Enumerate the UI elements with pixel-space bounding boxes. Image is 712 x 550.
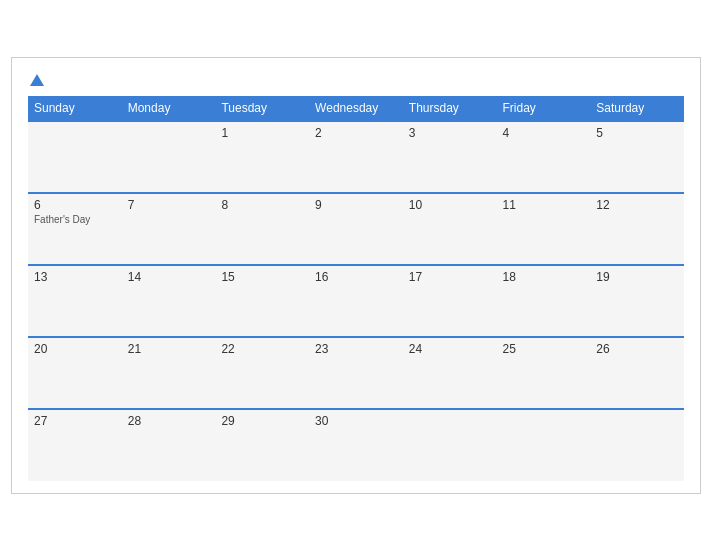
day-number: 13 bbox=[34, 270, 47, 284]
calendar-cell: 19 bbox=[590, 265, 684, 337]
calendar-cell bbox=[590, 409, 684, 481]
calendar-cell: 24 bbox=[403, 337, 497, 409]
calendar-container: SundayMondayTuesdayWednesdayThursdayFrid… bbox=[11, 57, 701, 494]
day-number: 2 bbox=[315, 126, 322, 140]
calendar-cell bbox=[497, 409, 591, 481]
calendar-cell: 7 bbox=[122, 193, 216, 265]
weekday-header-saturday: Saturday bbox=[590, 96, 684, 121]
calendar-cell: 1 bbox=[215, 121, 309, 193]
calendar-cell: 12 bbox=[590, 193, 684, 265]
day-number: 6 bbox=[34, 198, 41, 212]
calendar-cell: 8 bbox=[215, 193, 309, 265]
day-number: 10 bbox=[409, 198, 422, 212]
calendar-cell bbox=[122, 121, 216, 193]
calendar-cell: 5 bbox=[590, 121, 684, 193]
day-number: 9 bbox=[315, 198, 322, 212]
calendar-cell bbox=[403, 409, 497, 481]
calendar-cell: 18 bbox=[497, 265, 591, 337]
day-number: 11 bbox=[503, 198, 516, 212]
calendar-week-3: 13141516171819 bbox=[28, 265, 684, 337]
calendar-cell: 15 bbox=[215, 265, 309, 337]
calendar-cell: 25 bbox=[497, 337, 591, 409]
day-number: 30 bbox=[315, 414, 328, 428]
day-number: 22 bbox=[221, 342, 234, 356]
day-number: 25 bbox=[503, 342, 516, 356]
calendar-cell: 16 bbox=[309, 265, 403, 337]
calendar-cell: 21 bbox=[122, 337, 216, 409]
day-number: 24 bbox=[409, 342, 422, 356]
day-number: 7 bbox=[128, 198, 135, 212]
day-number: 15 bbox=[221, 270, 234, 284]
day-number: 12 bbox=[596, 198, 609, 212]
day-number: 17 bbox=[409, 270, 422, 284]
day-number: 8 bbox=[221, 198, 228, 212]
event-label: Father's Day bbox=[34, 214, 116, 225]
weekday-header-row: SundayMondayTuesdayWednesdayThursdayFrid… bbox=[28, 96, 684, 121]
calendar-cell: 11 bbox=[497, 193, 591, 265]
calendar-week-2: 6Father's Day789101112 bbox=[28, 193, 684, 265]
calendar-week-1: 12345 bbox=[28, 121, 684, 193]
calendar-cell: 13 bbox=[28, 265, 122, 337]
calendar-cell: 2 bbox=[309, 121, 403, 193]
calendar-header bbox=[28, 74, 684, 86]
calendar-cell: 10 bbox=[403, 193, 497, 265]
day-number: 18 bbox=[503, 270, 516, 284]
day-number: 14 bbox=[128, 270, 141, 284]
calendar-week-5: 27282930 bbox=[28, 409, 684, 481]
calendar-cell: 4 bbox=[497, 121, 591, 193]
day-number: 20 bbox=[34, 342, 47, 356]
calendar-cell: 27 bbox=[28, 409, 122, 481]
day-number: 21 bbox=[128, 342, 141, 356]
calendar-cell: 9 bbox=[309, 193, 403, 265]
day-number: 16 bbox=[315, 270, 328, 284]
day-number: 19 bbox=[596, 270, 609, 284]
calendar-cell: 20 bbox=[28, 337, 122, 409]
calendar-cell: 3 bbox=[403, 121, 497, 193]
weekday-header-friday: Friday bbox=[497, 96, 591, 121]
logo-triangle-icon bbox=[30, 74, 44, 86]
calendar-cell: 22 bbox=[215, 337, 309, 409]
weekday-header-monday: Monday bbox=[122, 96, 216, 121]
day-number: 26 bbox=[596, 342, 609, 356]
day-number: 27 bbox=[34, 414, 47, 428]
calendar-cell: 14 bbox=[122, 265, 216, 337]
calendar-cell: 6Father's Day bbox=[28, 193, 122, 265]
day-number: 1 bbox=[221, 126, 228, 140]
calendar-cell: 23 bbox=[309, 337, 403, 409]
day-number: 23 bbox=[315, 342, 328, 356]
calendar-cell: 17 bbox=[403, 265, 497, 337]
calendar-cell: 26 bbox=[590, 337, 684, 409]
calendar-cell: 29 bbox=[215, 409, 309, 481]
weekday-header-thursday: Thursday bbox=[403, 96, 497, 121]
day-number: 3 bbox=[409, 126, 416, 140]
calendar-cell: 28 bbox=[122, 409, 216, 481]
day-number: 29 bbox=[221, 414, 234, 428]
weekday-header-wednesday: Wednesday bbox=[309, 96, 403, 121]
logo bbox=[28, 74, 44, 86]
weekday-header-tuesday: Tuesday bbox=[215, 96, 309, 121]
calendar-cell bbox=[28, 121, 122, 193]
calendar-body: 123456Father's Day7891011121314151617181… bbox=[28, 121, 684, 481]
weekday-header-sunday: Sunday bbox=[28, 96, 122, 121]
calendar-week-4: 20212223242526 bbox=[28, 337, 684, 409]
day-number: 28 bbox=[128, 414, 141, 428]
calendar-cell: 30 bbox=[309, 409, 403, 481]
calendar-grid: SundayMondayTuesdayWednesdayThursdayFrid… bbox=[28, 96, 684, 481]
day-number: 4 bbox=[503, 126, 510, 140]
day-number: 5 bbox=[596, 126, 603, 140]
